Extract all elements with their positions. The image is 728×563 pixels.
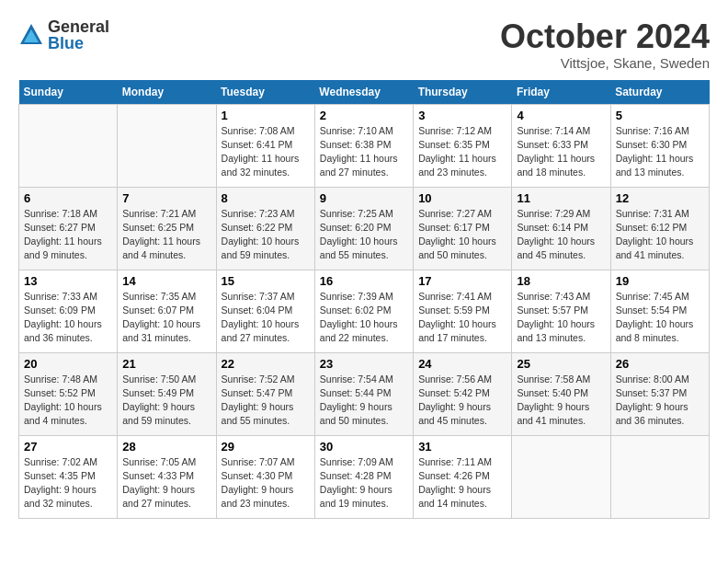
calendar-cell: 8Sunrise: 7:23 AM Sunset: 6:22 PM Daylig… bbox=[216, 187, 314, 270]
day-number: 20 bbox=[24, 357, 112, 371]
calendar-cell: 5Sunrise: 7:16 AM Sunset: 6:30 PM Daylig… bbox=[610, 104, 709, 187]
day-number: 16 bbox=[320, 274, 408, 288]
day-info: Sunrise: 7:39 AM Sunset: 6:02 PM Dayligh… bbox=[320, 290, 408, 346]
calendar-cell: 20Sunrise: 7:48 AM Sunset: 5:52 PM Dayli… bbox=[19, 352, 118, 435]
day-info: Sunrise: 7:07 AM Sunset: 4:30 PM Dayligh… bbox=[222, 455, 310, 511]
day-number: 12 bbox=[616, 191, 704, 205]
day-number: 1 bbox=[222, 109, 310, 122]
day-info: Sunrise: 7:31 AM Sunset: 6:12 PM Dayligh… bbox=[616, 207, 704, 263]
calendar-week-4: 20Sunrise: 7:48 AM Sunset: 5:52 PM Dayli… bbox=[19, 352, 710, 435]
logo-icon bbox=[18, 22, 44, 48]
day-info: Sunrise: 7:08 AM Sunset: 6:41 PM Dayligh… bbox=[222, 124, 310, 180]
col-header-friday: Friday bbox=[512, 80, 610, 105]
calendar-cell: 21Sunrise: 7:50 AM Sunset: 5:49 PM Dayli… bbox=[118, 352, 216, 435]
day-info: Sunrise: 7:14 AM Sunset: 6:33 PM Dayligh… bbox=[517, 124, 605, 180]
day-number: 23 bbox=[320, 357, 408, 371]
day-number: 15 bbox=[222, 274, 310, 288]
col-header-thursday: Thursday bbox=[414, 80, 512, 105]
day-number: 5 bbox=[616, 109, 704, 122]
calendar-week-3: 13Sunrise: 7:33 AM Sunset: 6:09 PM Dayli… bbox=[19, 270, 710, 352]
col-header-monday: Monday bbox=[118, 80, 216, 105]
day-number: 10 bbox=[418, 191, 506, 205]
calendar-cell bbox=[512, 435, 610, 518]
calendar-week-5: 27Sunrise: 7:02 AM Sunset: 4:35 PM Dayli… bbox=[19, 435, 710, 518]
calendar-week-1: 1Sunrise: 7:08 AM Sunset: 6:41 PM Daylig… bbox=[19, 104, 710, 187]
calendar-cell: 3Sunrise: 7:12 AM Sunset: 6:35 PM Daylig… bbox=[414, 104, 512, 187]
calendar-cell: 2Sunrise: 7:10 AM Sunset: 6:38 PM Daylig… bbox=[314, 104, 413, 187]
calendar-cell bbox=[19, 104, 118, 187]
day-info: Sunrise: 7:41 AM Sunset: 5:59 PM Dayligh… bbox=[418, 290, 506, 346]
calendar-cell: 26Sunrise: 8:00 AM Sunset: 5:37 PM Dayli… bbox=[610, 352, 709, 435]
calendar-cell: 10Sunrise: 7:27 AM Sunset: 6:17 PM Dayli… bbox=[414, 187, 512, 270]
calendar-cell: 29Sunrise: 7:07 AM Sunset: 4:30 PM Dayli… bbox=[216, 435, 314, 518]
day-number: 6 bbox=[24, 191, 112, 205]
month-title: October 2024 bbox=[500, 18, 710, 55]
day-number: 29 bbox=[222, 440, 310, 454]
day-number: 25 bbox=[517, 357, 605, 371]
day-info: Sunrise: 7:25 AM Sunset: 6:20 PM Dayligh… bbox=[320, 207, 408, 263]
day-number: 8 bbox=[222, 191, 310, 205]
day-info: Sunrise: 7:02 AM Sunset: 4:35 PM Dayligh… bbox=[24, 455, 112, 511]
day-number: 22 bbox=[222, 357, 310, 371]
day-info: Sunrise: 7:56 AM Sunset: 5:42 PM Dayligh… bbox=[418, 373, 506, 429]
day-info: Sunrise: 7:48 AM Sunset: 5:52 PM Dayligh… bbox=[24, 373, 112, 429]
day-info: Sunrise: 7:58 AM Sunset: 5:40 PM Dayligh… bbox=[517, 373, 605, 429]
calendar-cell: 27Sunrise: 7:02 AM Sunset: 4:35 PM Dayli… bbox=[19, 435, 118, 518]
day-info: Sunrise: 7:50 AM Sunset: 5:49 PM Dayligh… bbox=[122, 373, 210, 429]
day-info: Sunrise: 7:18 AM Sunset: 6:27 PM Dayligh… bbox=[24, 207, 112, 263]
day-info: Sunrise: 8:00 AM Sunset: 5:37 PM Dayligh… bbox=[616, 373, 704, 429]
calendar-cell: 1Sunrise: 7:08 AM Sunset: 6:41 PM Daylig… bbox=[216, 104, 314, 187]
day-info: Sunrise: 7:12 AM Sunset: 6:35 PM Dayligh… bbox=[418, 124, 506, 180]
calendar-cell: 31Sunrise: 7:11 AM Sunset: 4:26 PM Dayli… bbox=[414, 435, 512, 518]
col-header-sunday: Sunday bbox=[19, 80, 118, 105]
calendar-cell bbox=[610, 435, 709, 518]
day-info: Sunrise: 7:10 AM Sunset: 6:38 PM Dayligh… bbox=[320, 124, 408, 180]
day-info: Sunrise: 7:37 AM Sunset: 6:04 PM Dayligh… bbox=[222, 290, 310, 346]
day-info: Sunrise: 7:35 AM Sunset: 6:07 PM Dayligh… bbox=[122, 290, 210, 346]
calendar-header-row: SundayMondayTuesdayWednesdayThursdayFrid… bbox=[19, 80, 710, 105]
calendar-cell: 9Sunrise: 7:25 AM Sunset: 6:20 PM Daylig… bbox=[314, 187, 413, 270]
calendar-cell: 18Sunrise: 7:43 AM Sunset: 5:57 PM Dayli… bbox=[512, 270, 610, 352]
calendar-cell: 19Sunrise: 7:45 AM Sunset: 5:54 PM Dayli… bbox=[610, 270, 709, 352]
logo-text: General Blue bbox=[48, 18, 109, 52]
calendar-cell: 22Sunrise: 7:52 AM Sunset: 5:47 PM Dayli… bbox=[216, 352, 314, 435]
col-header-saturday: Saturday bbox=[610, 80, 709, 105]
day-number: 24 bbox=[418, 357, 506, 371]
day-info: Sunrise: 7:54 AM Sunset: 5:44 PM Dayligh… bbox=[320, 373, 408, 429]
day-info: Sunrise: 7:05 AM Sunset: 4:33 PM Dayligh… bbox=[122, 455, 210, 511]
location-label: Vittsjoe, Skane, Sweden bbox=[500, 55, 710, 71]
calendar-cell: 12Sunrise: 7:31 AM Sunset: 6:12 PM Dayli… bbox=[610, 187, 709, 270]
day-number: 28 bbox=[122, 440, 210, 454]
calendar-cell bbox=[118, 104, 216, 187]
day-number: 14 bbox=[122, 274, 210, 288]
day-number: 18 bbox=[517, 274, 605, 288]
day-info: Sunrise: 7:52 AM Sunset: 5:47 PM Dayligh… bbox=[222, 373, 310, 429]
calendar-cell: 25Sunrise: 7:58 AM Sunset: 5:40 PM Dayli… bbox=[512, 352, 610, 435]
col-header-wednesday: Wednesday bbox=[314, 80, 413, 105]
calendar-cell: 15Sunrise: 7:37 AM Sunset: 6:04 PM Dayli… bbox=[216, 270, 314, 352]
day-number: 13 bbox=[24, 274, 112, 288]
calendar-cell: 13Sunrise: 7:33 AM Sunset: 6:09 PM Dayli… bbox=[19, 270, 118, 352]
calendar-cell: 23Sunrise: 7:54 AM Sunset: 5:44 PM Dayli… bbox=[314, 352, 413, 435]
day-number: 11 bbox=[517, 191, 605, 205]
day-number: 21 bbox=[122, 357, 210, 371]
day-number: 2 bbox=[320, 109, 408, 122]
calendar-cell: 16Sunrise: 7:39 AM Sunset: 6:02 PM Dayli… bbox=[314, 270, 413, 352]
day-info: Sunrise: 7:45 AM Sunset: 5:54 PM Dayligh… bbox=[616, 290, 704, 346]
page-header: General Blue October 2024 Vittsjoe, Skan… bbox=[18, 18, 710, 71]
calendar-cell: 17Sunrise: 7:41 AM Sunset: 5:59 PM Dayli… bbox=[414, 270, 512, 352]
day-info: Sunrise: 7:33 AM Sunset: 6:09 PM Dayligh… bbox=[24, 290, 112, 346]
calendar-cell: 30Sunrise: 7:09 AM Sunset: 4:28 PM Dayli… bbox=[314, 435, 413, 518]
day-number: 19 bbox=[616, 274, 704, 288]
calendar-table: SundayMondayTuesdayWednesdayThursdayFrid… bbox=[18, 80, 710, 519]
day-info: Sunrise: 7:09 AM Sunset: 4:28 PM Dayligh… bbox=[320, 455, 408, 511]
day-number: 27 bbox=[24, 440, 112, 454]
day-number: 3 bbox=[418, 109, 506, 122]
logo-blue-label: Blue bbox=[48, 35, 109, 52]
title-block: October 2024 Vittsjoe, Skane, Sweden bbox=[500, 18, 710, 71]
day-number: 7 bbox=[122, 191, 210, 205]
day-info: Sunrise: 7:27 AM Sunset: 6:17 PM Dayligh… bbox=[418, 207, 506, 263]
calendar-cell: 7Sunrise: 7:21 AM Sunset: 6:25 PM Daylig… bbox=[118, 187, 216, 270]
calendar-week-2: 6Sunrise: 7:18 AM Sunset: 6:27 PM Daylig… bbox=[19, 187, 710, 270]
day-info: Sunrise: 7:16 AM Sunset: 6:30 PM Dayligh… bbox=[616, 124, 704, 180]
